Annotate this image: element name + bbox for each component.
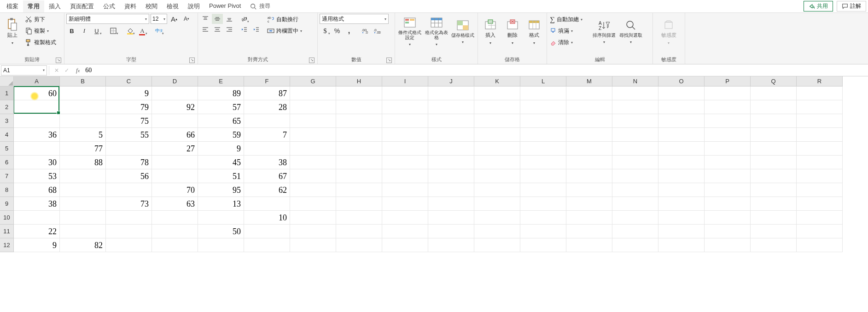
column-header[interactable]: I <box>382 76 428 87</box>
cell[interactable] <box>566 142 612 156</box>
cell[interactable] <box>428 156 474 169</box>
cell[interactable]: 62 <box>244 183 290 197</box>
cell[interactable] <box>474 238 520 252</box>
row-header[interactable]: 1 <box>0 87 14 100</box>
cell[interactable] <box>244 238 290 252</box>
cell-styles-button[interactable]: 儲存格樣式 <box>450 14 476 49</box>
cell[interactable] <box>474 114 520 128</box>
cell[interactable] <box>428 238 474 252</box>
cell[interactable]: 38 <box>14 197 60 211</box>
cell[interactable] <box>520 100 566 114</box>
delete-cells-button[interactable]: 刪除 <box>502 14 523 49</box>
cell[interactable] <box>290 183 336 197</box>
cell[interactable] <box>60 211 106 225</box>
cell[interactable] <box>474 87 520 100</box>
menu-tab-資料[interactable]: 資料 <box>120 0 141 12</box>
cell[interactable] <box>14 211 60 225</box>
cell[interactable] <box>60 183 106 197</box>
cell[interactable]: 78 <box>106 156 152 169</box>
menu-tab-插入[interactable]: 插入 <box>44 0 65 12</box>
cell[interactable] <box>797 183 843 197</box>
cell[interactable] <box>244 225 290 238</box>
cell[interactable] <box>106 183 152 197</box>
cell[interactable] <box>751 87 797 100</box>
cell[interactable] <box>382 225 428 238</box>
cell[interactable]: 67 <box>244 169 290 183</box>
cell[interactable] <box>797 197 843 211</box>
cell[interactable]: 28 <box>244 100 290 114</box>
increase-decimal-button[interactable]: .00.0 <box>360 26 371 36</box>
cell[interactable] <box>658 197 705 211</box>
row-header[interactable]: 8 <box>0 183 14 197</box>
cell[interactable] <box>474 156 520 169</box>
cell[interactable] <box>658 211 705 225</box>
cell[interactable]: 22 <box>14 225 60 238</box>
column-header[interactable]: L <box>520 76 566 87</box>
cell[interactable] <box>60 169 106 183</box>
cell[interactable]: 92 <box>152 100 198 114</box>
cell[interactable]: 73 <box>106 197 152 211</box>
increase-font-button[interactable]: A▴ <box>169 14 180 24</box>
cell[interactable] <box>705 238 751 252</box>
tell-me-search[interactable]: 搜尋 <box>246 1 302 11</box>
cell[interactable] <box>60 87 106 100</box>
cell[interactable] <box>658 183 705 197</box>
cell[interactable] <box>428 128 474 142</box>
cell[interactable]: 45 <box>198 156 244 169</box>
cell[interactable] <box>382 197 428 211</box>
cell[interactable]: 79 <box>106 100 152 114</box>
cell[interactable]: 77 <box>60 142 106 156</box>
cell[interactable] <box>705 100 751 114</box>
cell[interactable]: 70 <box>152 183 198 197</box>
cell[interactable] <box>474 128 520 142</box>
cell[interactable]: 38 <box>244 156 290 169</box>
cell[interactable] <box>612 142 658 156</box>
cell[interactable]: 65 <box>198 114 244 128</box>
row-header[interactable]: 5 <box>0 142 14 156</box>
cell[interactable] <box>382 128 428 142</box>
cell[interactable] <box>382 169 428 183</box>
cell[interactable] <box>382 156 428 169</box>
cell[interactable] <box>658 169 705 183</box>
column-header[interactable]: P <box>705 76 751 87</box>
cell[interactable] <box>290 225 336 238</box>
column-header[interactable]: A <box>14 76 60 87</box>
cell[interactable] <box>428 100 474 114</box>
wrap-text-button[interactable]: abc 自動換行 <box>266 14 303 25</box>
cell[interactable] <box>428 142 474 156</box>
cell[interactable] <box>797 225 843 238</box>
cell[interactable]: 66 <box>152 128 198 142</box>
cell[interactable] <box>797 169 843 183</box>
format-painter-button[interactable]: 複製格式 <box>24 37 57 48</box>
row-header[interactable]: 2 <box>0 100 14 114</box>
decrease-decimal-button[interactable]: .0.00 <box>372 26 383 36</box>
cell[interactable] <box>612 225 658 238</box>
row-header[interactable]: 4 <box>0 128 14 142</box>
cell[interactable]: 57 <box>198 100 244 114</box>
cell[interactable] <box>290 87 336 100</box>
cell[interactable] <box>520 225 566 238</box>
menu-tab-檢視[interactable]: 檢視 <box>162 0 183 12</box>
cell[interactable] <box>520 128 566 142</box>
cell[interactable] <box>198 211 244 225</box>
cell[interactable] <box>612 238 658 252</box>
cell[interactable] <box>290 238 336 252</box>
cell[interactable] <box>658 142 705 156</box>
cell[interactable] <box>382 87 428 100</box>
cell[interactable] <box>566 156 612 169</box>
cell[interactable] <box>612 169 658 183</box>
cell[interactable]: 75 <box>106 114 152 128</box>
column-header[interactable]: Q <box>751 76 797 87</box>
cell[interactable]: 50 <box>198 225 244 238</box>
font-size-combo[interactable]: 12 <box>151 14 167 24</box>
cell[interactable] <box>60 197 106 211</box>
cell[interactable] <box>658 128 705 142</box>
cell[interactable] <box>152 225 198 238</box>
cell[interactable] <box>705 142 751 156</box>
cell[interactable] <box>705 197 751 211</box>
cell[interactable] <box>290 100 336 114</box>
cell[interactable] <box>60 114 106 128</box>
cell[interactable] <box>290 114 336 128</box>
cell[interactable] <box>705 156 751 169</box>
row-header[interactable]: 9 <box>0 197 14 211</box>
